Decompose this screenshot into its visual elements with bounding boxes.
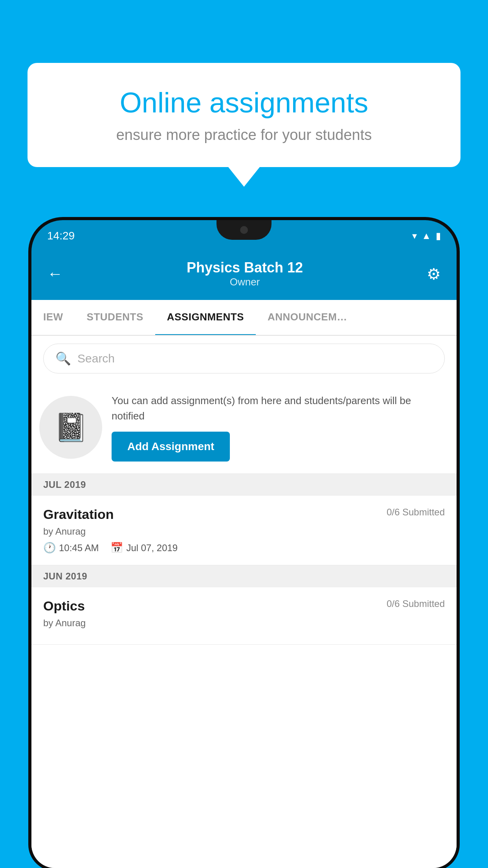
assignment-optics-submitted: 0/6 Submitted — [387, 598, 445, 609]
camera — [240, 226, 248, 234]
calendar-icon: 📅 — [110, 542, 123, 554]
header-title-area: Physics Batch 12 Owner — [63, 259, 427, 288]
assignment-icon-circle: 📓 — [39, 396, 102, 459]
promo-right: You can add assignment(s) from here and … — [112, 393, 445, 462]
tab-assignments[interactable]: ASSIGNMENTS — [155, 300, 256, 336]
speech-bubble-tail — [228, 167, 260, 187]
assignment-gravitation-date: 📅 Jul 07, 2019 — [110, 542, 178, 554]
batch-title: Physics Batch 12 — [63, 259, 427, 276]
assignment-optics-header: Optics 0/6 Submitted — [43, 598, 445, 614]
speech-bubble-title: Online assignments — [55, 86, 433, 119]
speech-bubble: Online assignments ensure more practice … — [28, 63, 460, 167]
back-button[interactable]: ← — [47, 265, 63, 283]
settings-icon[interactable]: ⚙ — [427, 265, 441, 283]
speech-bubble-subtitle: ensure more practice for your students — [55, 127, 433, 143]
add-assignment-promo: 📓 You can add assignment(s) from here an… — [31, 381, 457, 474]
assignment-gravitation[interactable]: Gravitation 0/6 Submitted by Anurag 🕐 10… — [31, 496, 457, 565]
app-header: ← Physics Batch 12 Owner ⚙ — [31, 252, 457, 300]
search-icon: 🔍 — [55, 351, 71, 366]
notch — [216, 220, 272, 240]
tab-announcements[interactable]: ANNOUNCEM… — [256, 300, 359, 335]
assignment-gravitation-submitted: 0/6 Submitted — [387, 507, 445, 518]
phone-frame: 14:29 ▾ ▲ ▮ ← Physics Batch 12 Owner ⚙ I… — [31, 220, 457, 868]
status-icons: ▾ ▲ ▮ — [412, 230, 441, 241]
wifi-icon: ▾ — [412, 230, 417, 241]
assignment-optics-title: Optics — [43, 598, 85, 614]
assignment-gravitation-title: Gravitation — [43, 507, 114, 522]
battery-icon: ▮ — [436, 230, 441, 241]
promo-text: You can add assignment(s) from here and … — [112, 393, 445, 424]
content-area: 🔍 Search 📓 You can add assignment(s) fro… — [31, 336, 457, 868]
assignment-optics-author: by Anurag — [43, 618, 445, 629]
assignment-gravitation-date-value: Jul 07, 2019 — [126, 542, 178, 554]
month-jul-2019: JUL 2019 — [31, 474, 457, 496]
month-jun-2019: JUN 2019 — [31, 565, 457, 587]
assignment-gravitation-author: by Anurag — [43, 526, 445, 537]
tabs-container: IEW STUDENTS ASSIGNMENTS ANNOUNCEM… — [31, 300, 457, 336]
signal-icon: ▲ — [422, 230, 431, 241]
search-box[interactable]: 🔍 Search — [43, 344, 445, 373]
speech-bubble-container: Online assignments ensure more practice … — [28, 63, 460, 187]
notebook-icon: 📓 — [54, 411, 88, 443]
tab-students[interactable]: STUDENTS — [75, 300, 155, 335]
assignment-gravitation-time: 🕐 10:45 AM — [43, 542, 99, 554]
assignment-gravitation-header: Gravitation 0/6 Submitted — [43, 507, 445, 522]
phone-content: ← Physics Batch 12 Owner ⚙ IEW STUDENTS … — [31, 252, 457, 868]
status-bar: 14:29 ▾ ▲ ▮ — [31, 220, 457, 252]
assignment-gravitation-time-value: 10:45 AM — [59, 542, 99, 554]
search-placeholder: Search — [77, 352, 115, 365]
search-container: 🔍 Search — [31, 336, 457, 381]
tab-iew[interactable]: IEW — [31, 300, 75, 335]
clock-icon: 🕐 — [43, 542, 56, 554]
assignment-optics[interactable]: Optics 0/6 Submitted by Anurag — [31, 587, 457, 645]
status-time: 14:29 — [47, 230, 75, 242]
batch-role: Owner — [63, 276, 427, 288]
add-assignment-button[interactable]: Add Assignment — [112, 432, 230, 462]
assignment-gravitation-meta: 🕐 10:45 AM 📅 Jul 07, 2019 — [43, 542, 445, 554]
